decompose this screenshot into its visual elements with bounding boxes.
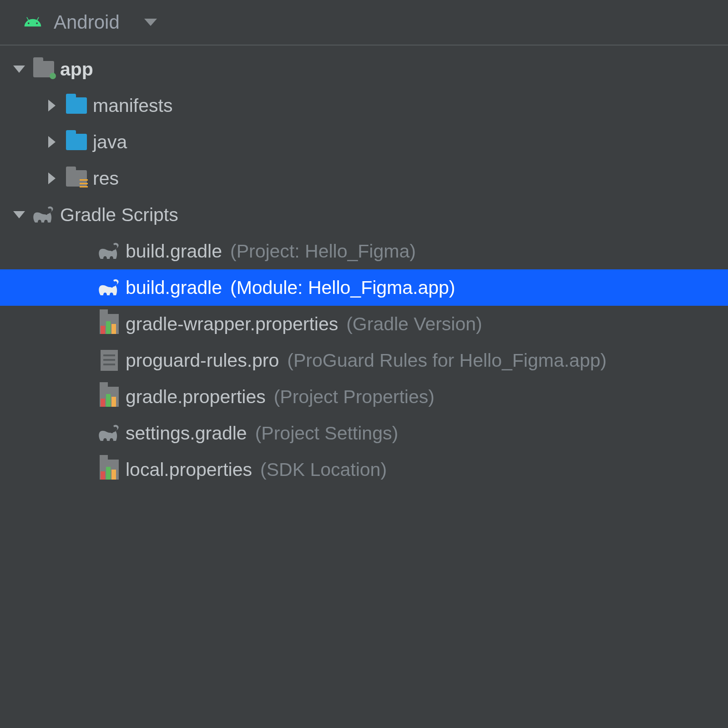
tree-node-label: app — [60, 60, 93, 79]
tree-node-res[interactable]: res — [0, 160, 728, 197]
tree-node-hint: (Project: Hello_Figma) — [230, 242, 416, 261]
tree-node-label: build.gradle — [126, 242, 222, 261]
tree-node-label: settings.gradle — [126, 424, 247, 443]
tree-node-gradle-file[interactable]: build.gradle(Project: Hello_Figma) — [0, 233, 728, 269]
properties-file-icon — [97, 313, 121, 335]
tree-node-gradle-file[interactable]: build.gradle(Module: Hello_Figma.app) — [0, 269, 728, 306]
tree-node-manifests[interactable]: manifests — [0, 87, 728, 124]
svg-point-1 — [111, 249, 113, 251]
tree-node-label: gradle.properties — [126, 388, 266, 406]
gradle-icon — [97, 240, 121, 262]
chevron-down-icon — [144, 19, 157, 26]
tree-node-hint: (SDK Location) — [260, 460, 387, 479]
folder-icon — [65, 131, 88, 153]
project-panel: Android app manifests java res — [0, 0, 728, 728]
gradle-icon — [97, 422, 121, 444]
folder-icon — [65, 95, 88, 116]
tree-node-hint: (Gradle Version) — [346, 315, 482, 334]
android-icon — [23, 12, 43, 32]
tree-node-app[interactable]: app — [0, 51, 728, 87]
tree-node-label: local.properties — [126, 460, 252, 479]
tree-node-gradle-file[interactable]: gradle-wrapper.properties(Gradle Version… — [0, 306, 728, 342]
tree-node-label: res — [93, 169, 119, 188]
tree-node-java[interactable]: java — [0, 124, 728, 160]
tree-node-label: gradle-wrapper.properties — [126, 315, 338, 334]
tree-node-hint: (ProGuard Rules for Hello_Figma.app) — [287, 351, 607, 370]
tree-node-label: manifests — [93, 96, 172, 115]
chevron-down-icon — [13, 211, 25, 218]
svg-point-2 — [111, 286, 113, 288]
text-file-icon — [97, 349, 121, 371]
svg-point-3 — [111, 431, 113, 433]
project-view-label: Android — [54, 11, 120, 33]
tree-node-gradle-file[interactable]: local.properties(SDK Location) — [0, 451, 728, 488]
tree-node-label: build.gradle — [126, 278, 222, 297]
tree-node-hint: (Module: Hello_Figma.app) — [230, 278, 455, 297]
tree-node-hint: (Project Settings) — [255, 424, 398, 443]
tree-node-gradle-file[interactable]: proguard-rules.pro(ProGuard Rules for He… — [0, 342, 728, 379]
project-view-selector[interactable]: Android — [0, 0, 728, 46]
resource-folder-icon — [65, 167, 88, 189]
chevron-right-icon — [48, 172, 56, 184]
properties-file-icon — [97, 459, 121, 480]
chevron-right-icon — [48, 100, 56, 111]
gradle-icon — [32, 204, 56, 226]
chevron-down-icon — [13, 66, 25, 73]
tree-node-hint: (Project Properties) — [274, 388, 435, 406]
tree-node-gradle-scripts[interactable]: Gradle Scripts — [0, 197, 728, 233]
chevron-right-icon — [48, 136, 56, 148]
project-tree: app manifests java res — [0, 46, 728, 728]
tree-node-label: java — [93, 133, 127, 152]
gradle-icon — [97, 277, 121, 298]
tree-node-label: proguard-rules.pro — [126, 351, 279, 370]
module-folder-icon — [32, 58, 56, 80]
tree-node-label: Gradle Scripts — [60, 206, 178, 224]
svg-point-0 — [46, 213, 47, 215]
properties-file-icon — [97, 386, 121, 408]
tree-node-gradle-file[interactable]: gradle.properties(Project Properties) — [0, 379, 728, 415]
tree-node-gradle-file[interactable]: settings.gradle(Project Settings) — [0, 415, 728, 451]
